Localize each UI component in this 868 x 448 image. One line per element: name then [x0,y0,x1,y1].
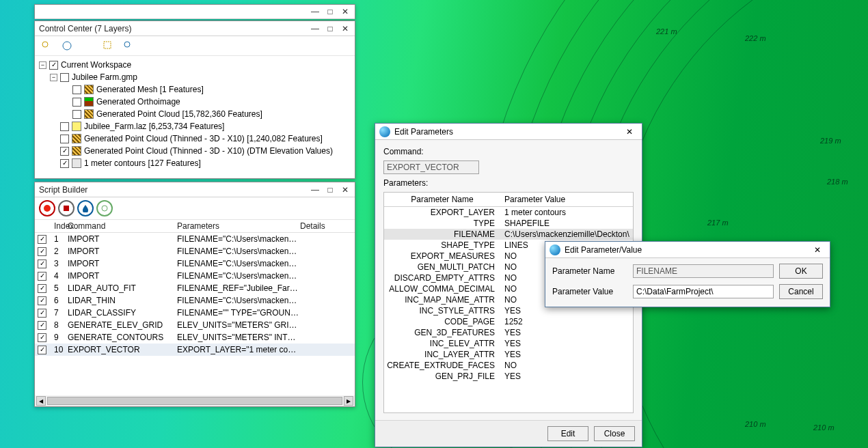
param-name: INC_ELEV_ATTR [384,339,500,348]
edit-parameters-titlebar[interactable]: Edit Parameters ✕ [375,124,642,140]
edit-value-titlebar[interactable]: Edit Parameter/Value ✕ [545,242,830,258]
close-button[interactable]: ✕ [338,6,352,17]
layer-label[interactable]: Jubilee_Farm.laz [6,253,734 Features] [84,122,224,131]
checkbox[interactable] [60,135,69,143]
edit-button[interactable]: Edit [547,426,588,441]
script-row[interactable]: 7LIDAR_CLASSIFYFILENAME="" TYPE="GROUND"… [35,307,355,319]
checkbox[interactable] [72,98,81,107]
control-center-titlebar[interactable]: Control Center (7 Layers) — □ ✕ [35,21,355,36]
parameter-row[interactable]: GEN_3D_FEATURESYES [384,327,633,338]
row-index: 5 [54,283,68,293]
parameter-row[interactable]: CREATE_EXTRUDE_FACESNO [384,360,633,371]
checkbox[interactable] [38,321,46,330]
param-value: YES [500,350,633,359]
script-row[interactable]: 4IMPORTFILENAME="C:\Users\mackenzie... [35,270,355,282]
layer-label[interactable]: Generated Point Cloud (Thinned - 3D - X1… [84,134,323,143]
layer-label[interactable]: 1 meter contours [127 Features] [84,158,201,168]
globe-icon[interactable] [59,38,74,53]
close-button[interactable]: Close [594,426,635,441]
close-icon[interactable]: ✕ [338,23,352,34]
tree-project-label[interactable]: Jubilee Farm.gmp [72,72,137,82]
layer-label[interactable]: Generated Point Cloud [15,782,360 Featur… [96,109,262,119]
checkbox[interactable] [38,247,46,256]
checkbox[interactable] [38,346,46,354]
search-layer-icon[interactable] [121,38,136,53]
script-row[interactable]: 8GENERATE_ELEV_GRIDELEV_UNITS="METERS" G… [35,319,355,331]
script-table-body[interactable]: 1IMPORTFILENAME="C:\Users\mackenzie...2I… [35,233,355,395]
maximize-icon[interactable]: □ [323,184,337,195]
row-parameters: FILENAME="C:\Users\mackenzie... [177,247,300,256]
zoom-selected-icon[interactable] [39,38,54,53]
checkbox[interactable] [38,260,46,268]
parameter-row[interactable]: INC_ELEV_ATTRYES [384,338,633,349]
parameter-row[interactable]: GEN_PRJ_FILEYES [384,371,633,382]
dialog-title: Edit Parameter/Value [565,245,809,255]
checkbox[interactable] [38,333,46,342]
parameter-row[interactable]: INC_LAYER_ATTRYES [384,349,633,360]
layer-tree[interactable]: −Current Workspace −Jubilee Farm.gmp Gen… [35,56,355,178]
stop-button[interactable] [58,200,74,216]
checkbox[interactable] [60,73,69,82]
scroll-left-icon[interactable]: ◀ [36,396,46,406]
script-row[interactable]: 9GENERATE_CONTOURSELEV_UNITS="METERS" IN… [35,331,355,344]
script-row[interactable]: 2IMPORTFILENAME="C:\Users\mackenzie... [35,245,355,257]
close-icon[interactable]: ✕ [338,184,352,195]
scroll-right-icon[interactable]: ▶ [344,396,353,406]
checkbox[interactable] [72,85,81,94]
horizontal-scrollbar[interactable]: ◀ ▶ [35,395,355,406]
ok-button[interactable]: OK [779,264,823,279]
checkbox[interactable] [60,159,69,168]
script-row[interactable]: 1IMPORTFILENAME="C:\Users\mackenzie... [35,233,355,245]
script-row[interactable]: 5LIDAR_AUTO_FITFILENAME_REF="Jubilee_Far… [35,282,355,294]
parameter-row[interactable]: TYPESHAPEFILE [384,218,633,229]
cancel-button[interactable]: Cancel [779,284,823,299]
checkbox[interactable] [72,110,81,119]
maximize-icon[interactable]: □ [323,23,337,34]
checkbox[interactable] [38,272,46,281]
visibility-icon[interactable] [141,38,157,53]
script-builder-titlebar[interactable]: Script Builder — □ ✕ [35,182,355,197]
checkbox[interactable] [38,309,46,318]
layer-label[interactable]: Generated Orthoimage [96,97,180,107]
run-button[interactable] [96,200,113,216]
grid-icon[interactable] [80,38,95,53]
remove-layer-icon[interactable] [162,38,177,53]
checkbox[interactable] [49,61,58,70]
checkbox[interactable] [38,296,46,305]
layer-label[interactable]: Generated Point Cloud (Thinned - 3D - X1… [84,146,333,156]
parameter-row[interactable]: EXPORT_LAYER1 meter contours [384,207,633,218]
param-name: FILENAME [384,229,500,239]
layer-label[interactable]: Generated Mesh [1 Features] [96,85,204,94]
minimize-icon[interactable]: — [308,23,322,34]
param-name-label: Parameter Name [552,266,627,276]
script-row[interactable]: 6LIDAR_THINFILENAME="C:\Users\mackenzie.… [35,294,355,307]
param-value-field[interactable] [633,285,774,298]
layer-icon [84,85,94,94]
checkbox[interactable] [60,122,69,131]
checkbox[interactable] [60,147,69,156]
parameter-row[interactable]: FILENAMEC:\Users\mackenziemille\Deckton\ [384,229,633,240]
layer-properties-icon[interactable] [100,38,116,53]
param-value: 1252 [500,317,633,326]
minimize-button[interactable]: — [308,6,322,17]
script-row[interactable]: 3IMPORTFILENAME="C:\Users\mackenzie... [35,257,355,270]
collapse-icon[interactable]: − [50,74,57,81]
row-command: LIDAR_AUTO_FIT [68,283,177,293]
close-icon[interactable]: ✕ [621,126,638,138]
minimize-icon[interactable]: — [308,184,322,195]
checkbox[interactable] [38,284,46,293]
svg-rect-5 [83,42,92,50]
tree-root-label[interactable]: Current Workspace [61,60,131,70]
parameter-row[interactable]: CODE_PAGE1252 [384,316,633,327]
record-button[interactable] [39,200,55,216]
script-row[interactable]: 10EXPORT_VECTOREXPORT_LAYER="1 meter con… [35,344,355,356]
scroll-thumb[interactable] [47,397,342,405]
collapse-icon[interactable]: − [39,61,46,69]
close-icon[interactable]: ✕ [809,244,826,256]
checkbox[interactable] [38,235,46,244]
maximize-button[interactable]: □ [323,6,337,17]
control-center-toolbar [35,36,355,56]
param-value: C:\Users\mackenziemille\Deckton\ [500,229,633,239]
row-parameters: FILENAME="" TYPE="GROUND" ... [177,308,300,318]
drop-button[interactable] [77,200,94,216]
